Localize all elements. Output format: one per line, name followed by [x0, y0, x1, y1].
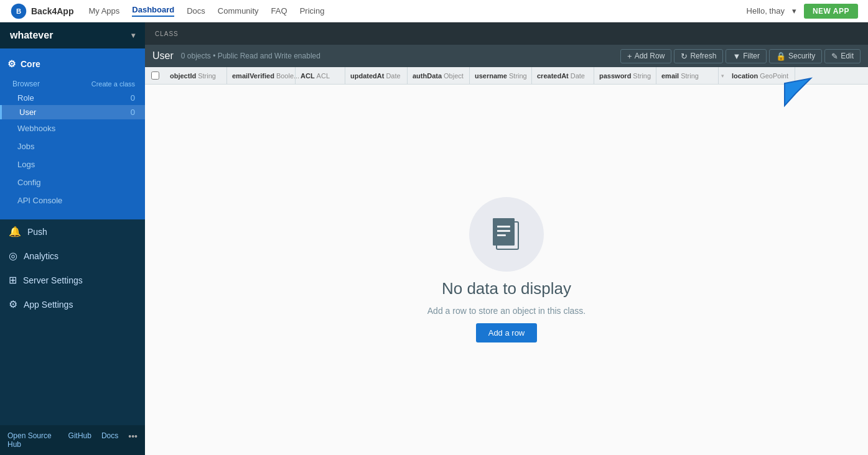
- sidebar: whatever ▾ ⚙ Core Browser Create a class…: [0, 22, 145, 455]
- filter-label: Filter: [743, 52, 760, 60]
- col-password[interactable]: password String: [594, 67, 656, 84]
- security-label: Security: [788, 52, 815, 60]
- class-header: CLASS: [145, 22, 868, 45]
- logo-text: Back4App: [31, 6, 73, 16]
- menu-jobs[interactable]: Jobs: [0, 137, 145, 155]
- empty-icon-container: [469, 197, 544, 272]
- footer-link-github[interactable]: GitHub: [68, 431, 91, 449]
- browser-label[interactable]: Browser: [12, 80, 40, 88]
- class-item-role[interactable]: Role 0: [0, 91, 145, 105]
- col-authData-type: Object: [444, 72, 464, 80]
- edit-label: Edit: [841, 52, 854, 60]
- user-dropdown-icon[interactable]: ▾: [792, 6, 796, 16]
- edit-icon: ✎: [831, 52, 838, 61]
- table-toolbar: User 0 objects • Public Read and Write e…: [145, 45, 868, 67]
- nav-link-docs[interactable]: Docs: [187, 6, 205, 16]
- app-body: whatever ▾ ⚙ Core Browser Create a class…: [0, 22, 868, 455]
- table-headers: objectId String emailVerified Boole... A…: [145, 67, 868, 85]
- edit-button[interactable]: ✎ Edit: [824, 49, 861, 63]
- sidebar-footer: Open Source Hub GitHub Docs •••: [0, 425, 145, 455]
- menu-webhooks[interactable]: Webhooks: [0, 119, 145, 137]
- analytics-label: Analytics: [24, 251, 58, 261]
- col-username-type: String: [509, 72, 527, 80]
- browser-section: Browser Create a class Role 0 User 0 Web…: [0, 75, 145, 214]
- sidebar-item-push[interactable]: 🔔 Push: [0, 219, 145, 244]
- col-password-name: password: [599, 72, 631, 80]
- add-row-button[interactable]: Add a row: [476, 323, 538, 342]
- add-row-toolbar-icon: +: [627, 52, 632, 61]
- svg-rect-4: [497, 226, 510, 228]
- sidebar-item-analytics[interactable]: ◎ Analytics: [0, 244, 145, 268]
- class-user-count: 0: [131, 108, 135, 117]
- main-content: CLASS User 0 objects • Public Read and W…: [145, 22, 868, 455]
- col-updatedAt-type: Date: [386, 72, 400, 80]
- col-emailVerified-name: emailVerified: [232, 72, 274, 80]
- class-role-count: 0: [131, 93, 135, 103]
- nav-link-faq[interactable]: FAQ: [271, 6, 287, 16]
- class-role-name: Role: [17, 93, 34, 103]
- core-section-header[interactable]: ⚙ Core: [0, 53, 145, 75]
- app-name-text: whatever: [10, 30, 53, 41]
- add-row-toolbar-button[interactable]: + Add Row: [620, 49, 671, 63]
- menu-api-console[interactable]: API Console: [0, 191, 145, 209]
- col-objectId-name: objectId: [170, 72, 196, 80]
- col-email-name: email: [661, 72, 679, 80]
- core-label: Core: [21, 59, 40, 69]
- select-all-checkbox[interactable]: [151, 71, 159, 80]
- col-emailVerified[interactable]: emailVerified Boole...: [227, 67, 296, 84]
- footer-link-docs[interactable]: Docs: [101, 431, 118, 449]
- col-acl-name: ACL: [301, 72, 315, 80]
- analytics-icon: ◎: [9, 250, 17, 262]
- col-objectId[interactable]: objectId String: [165, 67, 227, 84]
- new-app-button[interactable]: NEW APP: [804, 4, 858, 19]
- refresh-button[interactable]: ↻ Refresh: [674, 49, 723, 63]
- col-createdAt-type: Date: [571, 72, 585, 80]
- nav-link-myapps[interactable]: My Apps: [88, 6, 119, 16]
- col-authData-name: authData: [413, 72, 442, 80]
- top-nav-right: Hello, thay ▾ NEW APP: [747, 4, 858, 19]
- push-icon: 🔔: [9, 226, 21, 237]
- server-settings-label: Server Settings: [23, 275, 83, 285]
- table-subtitle: 0 objects • Public Read and Write enable…: [181, 52, 320, 60]
- col-authData[interactable]: authData Object: [408, 67, 470, 84]
- filter-button[interactable]: ▼ Filter: [726, 49, 767, 63]
- col-username[interactable]: username String: [470, 67, 532, 84]
- sidebar-item-app-settings[interactable]: ⚙ App Settings: [0, 292, 145, 316]
- footer-link-opensource[interactable]: Open Source Hub: [7, 431, 58, 449]
- menu-config[interactable]: Config: [0, 173, 145, 191]
- nav-link-dashboard[interactable]: Dashboard: [132, 5, 174, 17]
- app-settings-icon: ⚙: [9, 298, 17, 310]
- header-checkbox[interactable]: [145, 71, 165, 80]
- col-email[interactable]: email String: [656, 67, 719, 84]
- app-name[interactable]: whatever ▾: [0, 22, 145, 48]
- footer-more-icon[interactable]: •••: [128, 431, 138, 449]
- logo[interactable]: B Back4App: [10, 2, 73, 20]
- col-acl[interactable]: ACL ACL: [296, 67, 345, 84]
- svg-text:B: B: [16, 7, 21, 15]
- col-username-name: username: [475, 72, 507, 80]
- sidebar-item-server-settings[interactable]: ⊞ Server Settings: [0, 268, 145, 292]
- security-icon: 🔒: [776, 52, 786, 61]
- col-password-type: String: [633, 72, 651, 80]
- col-location[interactable]: location GeoPoint: [727, 67, 795, 84]
- create-class-button[interactable]: Create a class: [91, 80, 135, 88]
- nav-link-community[interactable]: Community: [218, 6, 259, 16]
- nav-link-pricing[interactable]: Pricing: [300, 6, 325, 16]
- nav-links: My Apps Dashboard Docs Community FAQ Pri…: [88, 5, 746, 17]
- svg-rect-6: [497, 234, 506, 236]
- refresh-icon: ↻: [681, 52, 688, 61]
- empty-subtitle: Add a row to store an object in this cla…: [427, 306, 586, 316]
- empty-title: No data to display: [442, 279, 571, 298]
- class-item-user[interactable]: User 0: [0, 105, 145, 119]
- core-section: ⚙ Core Browser Create a class Role 0 Use…: [0, 48, 145, 219]
- col-createdAt-name: createdAt: [537, 72, 569, 80]
- logo-icon: B: [10, 2, 27, 20]
- col-acl-type: ACL: [317, 72, 330, 80]
- filter-icon: ▼: [732, 52, 740, 61]
- col-updatedAt[interactable]: updatedAt Date: [345, 67, 408, 84]
- security-button[interactable]: 🔒 Security: [769, 49, 822, 63]
- hello-text: Hello, thay: [747, 6, 785, 16]
- col-createdAt[interactable]: createdAt Date: [532, 67, 594, 84]
- col-updatedAt-name: updatedAt: [350, 72, 384, 80]
- menu-logs[interactable]: Logs: [0, 155, 145, 173]
